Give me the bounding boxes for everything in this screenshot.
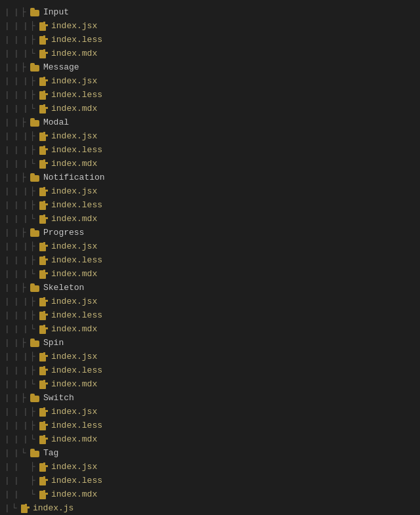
file-icon bbox=[39, 476, 49, 485]
file-message-mdx[interactable]: | | | └ index.mdx bbox=[0, 102, 420, 115]
file-label: index.mdx bbox=[51, 432, 97, 446]
file-spin-jsx[interactable]: | | | ├ index.jsx bbox=[0, 350, 420, 363]
file-switch-mdx[interactable]: | | | └ index.mdx bbox=[0, 432, 420, 446]
file-skeleton-mdx[interactable]: | | | └ index.mdx bbox=[0, 322, 420, 336]
file-tree: | | ├ Input | | | ├ index.jsx | | | ├ in… bbox=[0, 0, 420, 515]
folder-label: Tag bbox=[43, 446, 58, 460]
file-progress-mdx[interactable]: | | | └ index.mdx bbox=[0, 267, 420, 281]
folder-icon bbox=[30, 118, 41, 127]
file-label: index.mdx bbox=[51, 267, 97, 281]
folder-modal[interactable]: | | ├ Modal bbox=[0, 115, 420, 129]
file-label: index.jsx bbox=[51, 295, 97, 308]
file-icon bbox=[39, 35, 49, 45]
file-icon bbox=[39, 421, 49, 430]
file-label: index.jsx bbox=[51, 405, 97, 419]
file-spin-mdx[interactable]: | | | └ index.mdx bbox=[0, 377, 420, 391]
file-icon bbox=[39, 132, 49, 141]
file-switch-less[interactable]: | | | ├ index.less bbox=[0, 419, 420, 432]
file-message-jsx[interactable]: | | | ├ index.jsx bbox=[0, 74, 420, 88]
file-modal-jsx[interactable]: | | | ├ index.jsx bbox=[0, 129, 420, 143]
file-tag-mdx[interactable]: | | └ index.mdx bbox=[0, 487, 420, 501]
folder-icon bbox=[30, 8, 41, 16]
file-label: index.jsx bbox=[51, 74, 97, 88]
file-icon bbox=[39, 463, 49, 472]
file-input-less[interactable]: | | | ├ index.less bbox=[0, 33, 420, 47]
file-modal-less[interactable]: | | | ├ index.less bbox=[0, 143, 420, 157]
file-tag-jsx[interactable]: | | ├ index.jsx bbox=[0, 460, 420, 474]
folder-label: Spin bbox=[43, 336, 64, 350]
file-label: index.mdx bbox=[51, 487, 97, 501]
file-icon bbox=[39, 159, 49, 169]
file-label: index.less bbox=[51, 419, 102, 432]
file-icon bbox=[39, 22, 49, 31]
folder-label: Input bbox=[43, 5, 69, 19]
file-icon bbox=[39, 490, 49, 499]
folder-notification[interactable]: | | ├ Notification bbox=[0, 171, 420, 184]
file-spin-less[interactable]: | | | ├ index.less bbox=[0, 363, 420, 377]
file-icon bbox=[39, 311, 49, 320]
file-label: index.mdx bbox=[51, 377, 97, 391]
file-label: index.less bbox=[51, 88, 102, 102]
folder-icon bbox=[30, 394, 41, 402]
file-label: index.jsx bbox=[51, 19, 97, 33]
file-icon bbox=[39, 49, 49, 58]
folder-icon bbox=[30, 63, 41, 72]
file-label: index.js bbox=[33, 501, 74, 515]
file-input-mdx[interactable]: | | | └ index.mdx bbox=[0, 47, 420, 60]
folder-spin[interactable]: | | ├ Spin bbox=[0, 336, 420, 350]
file-label: index.less bbox=[51, 198, 102, 212]
folder-message[interactable]: | | ├ Message bbox=[0, 60, 420, 74]
file-notification-mdx[interactable]: | | | └ index.mdx bbox=[0, 212, 420, 226]
file-label: index.jsx bbox=[51, 184, 97, 198]
file-progress-jsx[interactable]: | | | ├ index.jsx bbox=[0, 239, 420, 253]
folder-tag[interactable]: | | └ Tag bbox=[0, 446, 420, 460]
file-icon bbox=[39, 297, 49, 306]
folder-icon bbox=[30, 173, 41, 182]
file-label: index.less bbox=[51, 474, 102, 487]
folder-switch[interactable]: | | ├ Switch bbox=[0, 391, 420, 405]
file-root-indexjs[interactable]: | └ index.js bbox=[0, 501, 420, 515]
folder-label: Progress bbox=[43, 226, 84, 239]
file-icon bbox=[39, 146, 49, 155]
folder-input[interactable]: | | ├ Input bbox=[0, 5, 420, 19]
file-icon bbox=[39, 270, 49, 279]
file-icon bbox=[39, 104, 49, 113]
folder-icon bbox=[30, 283, 41, 292]
folder-label: Switch bbox=[43, 391, 74, 405]
folder-notification-label: Notification bbox=[43, 171, 105, 184]
file-label: index.mdx bbox=[51, 157, 97, 171]
folder-icon bbox=[30, 449, 41, 457]
file-label: index.less bbox=[51, 143, 102, 157]
file-message-less[interactable]: | | | ├ index.less bbox=[0, 88, 420, 102]
file-notification-jsx[interactable]: | | | ├ index.jsx bbox=[0, 184, 420, 198]
folder-label: Message bbox=[43, 60, 79, 74]
file-notification-less[interactable]: | | | ├ index.less bbox=[0, 198, 420, 212]
folder-progress[interactable]: | | ├ Progress bbox=[0, 226, 420, 239]
file-label: index.less bbox=[51, 363, 102, 377]
file-icon bbox=[39, 380, 49, 389]
file-icon bbox=[39, 77, 49, 86]
file-skeleton-less[interactable]: | | | ├ index.less bbox=[0, 308, 420, 322]
folder-label: Modal bbox=[43, 115, 69, 129]
file-modal-mdx[interactable]: | | | └ index.mdx bbox=[0, 157, 420, 171]
file-icon bbox=[39, 352, 49, 361]
file-icon bbox=[39, 256, 49, 265]
file-skeleton-jsx[interactable]: | | | ├ index.jsx bbox=[0, 295, 420, 308]
file-progress-less[interactable]: | | | ├ index.less bbox=[0, 253, 420, 267]
file-icon bbox=[39, 201, 49, 210]
folder-icon bbox=[30, 339, 41, 347]
file-label: index.less bbox=[51, 308, 102, 322]
file-icon bbox=[21, 504, 30, 513]
file-input-jsx[interactable]: | | | ├ index.jsx bbox=[0, 19, 420, 33]
file-tag-less[interactable]: | | ├ index.less bbox=[0, 474, 420, 487]
file-switch-jsx[interactable]: | | | ├ index.jsx bbox=[0, 405, 420, 419]
file-label: index.mdx bbox=[51, 212, 97, 226]
file-icon bbox=[39, 187, 49, 196]
file-icon bbox=[39, 366, 49, 375]
file-icon bbox=[39, 91, 49, 100]
file-label: index.jsx bbox=[51, 460, 97, 474]
file-label: index.mdx bbox=[51, 322, 97, 336]
file-icon bbox=[39, 435, 49, 444]
file-label: index.mdx bbox=[51, 102, 97, 115]
folder-skeleton[interactable]: | | ├ Skeleton bbox=[0, 281, 420, 295]
